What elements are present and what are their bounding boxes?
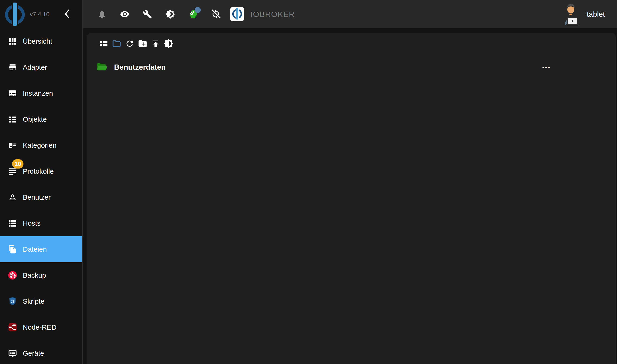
sidebar-nav: v7.4.10 Übersicht Adapter [0,0,83,364]
eye-icon [120,9,130,19]
file-manager-panel: Benutzerdaten --- [87,33,616,364]
collapse-sidebar-button[interactable] [63,9,71,20]
sidebar-item-label: Benutzer [23,193,51,201]
sidebar-item-uebersicht[interactable]: Übersicht [0,28,82,54]
view-grid-icon [99,39,108,49]
sidebar-item-adapter[interactable]: Adapter [0,54,82,80]
log-count-badge: 10 [12,159,24,169]
svg-text:JS: JS [11,300,15,303]
open-folder-icon [96,62,107,72]
sidebar-item-label: Kategorien [23,141,56,149]
create-folder-button[interactable] [138,39,148,49]
iobroker-logo-icon [231,8,243,21]
brightness-moon-icon [165,9,175,19]
node-red-icon [8,323,17,332]
sidebar-item-label: Übersicht [23,37,52,45]
subtitles-card-icon [8,89,17,98]
view-list-icon [8,115,17,124]
sidebar-item-label: Skripte [23,297,44,305]
live-view-button[interactable] [120,9,130,19]
file-name-label: Benutzerdaten [114,63,166,72]
version-label: v7.4.10 [30,11,50,18]
sync-disabled-button[interactable] [211,9,221,19]
sidebar-item-skripte[interactable]: JS Skripte [0,288,82,314]
sidebar-item-label: Hosts [23,219,41,227]
upload-button[interactable] [151,39,161,49]
store-icon [8,63,17,72]
sidebar-item-label: Adapter [23,63,47,71]
upload-icon [151,39,160,49]
theme-toggle-button[interactable] [165,9,175,19]
user-menu[interactable]: tablet [560,0,605,28]
sidebar-item-backup[interactable]: Backup [0,262,82,288]
devices-monitor-icon [8,349,17,358]
sidebar-item-label: Protokolle [23,167,54,175]
art-track-icon [8,141,17,150]
table-view-button[interactable] [99,39,108,49]
sidebar-menu: Übersicht Adapter Instanzen Objekte [0,28,82,364]
sidebar-item-label: Node-RED [23,323,56,331]
background-toggle-button[interactable] [164,39,174,49]
bell-icon [97,10,107,19]
chevron-left-icon [64,9,71,20]
expert-mode-button[interactable] [188,9,198,19]
sidebar-item-instanzen[interactable]: Instanzen [0,80,82,106]
file-copy-icon [8,245,17,254]
folder-plus-icon [138,39,148,50]
refresh-icon [125,39,134,49]
sidebar-item-node-red[interactable]: Node-RED [0,314,82,340]
sidebar-item-protokolle[interactable]: 10 Protokolle [0,158,82,184]
sync-disabled-icon [211,9,221,19]
sidebar-item-geraete[interactable]: Geräte [0,340,82,364]
sidebar-item-benutzer[interactable]: Benutzer [0,184,82,210]
sidebar-item-kategorien[interactable]: Kategorien [0,132,82,158]
file-toolbar [87,33,616,49]
notifications-button[interactable] [97,9,107,19]
storage-stack-icon [8,219,17,228]
iobroker-logo-icon [3,2,27,27]
sidebar-item-label: Instanzen [23,89,53,97]
sidebar-header: v7.4.10 [0,0,82,28]
folder-outline-icon [112,39,121,50]
maintenance-button[interactable] [143,9,152,19]
sidebar-item-objekte[interactable]: Objekte [0,106,82,132]
expert-mode-badge-dot [195,7,201,13]
backup-restore-icon [8,271,17,280]
brightness-half-icon [164,39,174,50]
file-size-value: --- [542,63,550,71]
user-avatar [560,2,581,26]
topbar-icon-group [97,0,221,28]
user-name-label: tablet [587,10,605,19]
wrench-icon [143,10,152,19]
top-app-bar: IOBROKER tablet [0,0,617,28]
sidebar-item-label: Dateien [23,245,47,253]
iobroker-app-chip [230,7,244,21]
javascript-shield-icon: JS [8,297,17,306]
brand-title: IOBROKER [250,0,295,28]
sidebar-item-label: Geräte [23,349,44,357]
sidebar-item-dateien[interactable]: Dateien [0,236,82,262]
folder-view-button[interactable] [112,39,121,49]
sidebar-item-hosts[interactable]: Hosts [0,210,82,236]
apps-grid-icon [8,37,17,46]
file-row-benutzerdaten[interactable]: Benutzerdaten --- [87,58,616,76]
sidebar-item-label: Objekte [23,115,47,123]
refresh-button[interactable] [125,39,134,49]
person-icon [8,193,17,202]
sidebar-item-label: Backup [23,271,46,279]
